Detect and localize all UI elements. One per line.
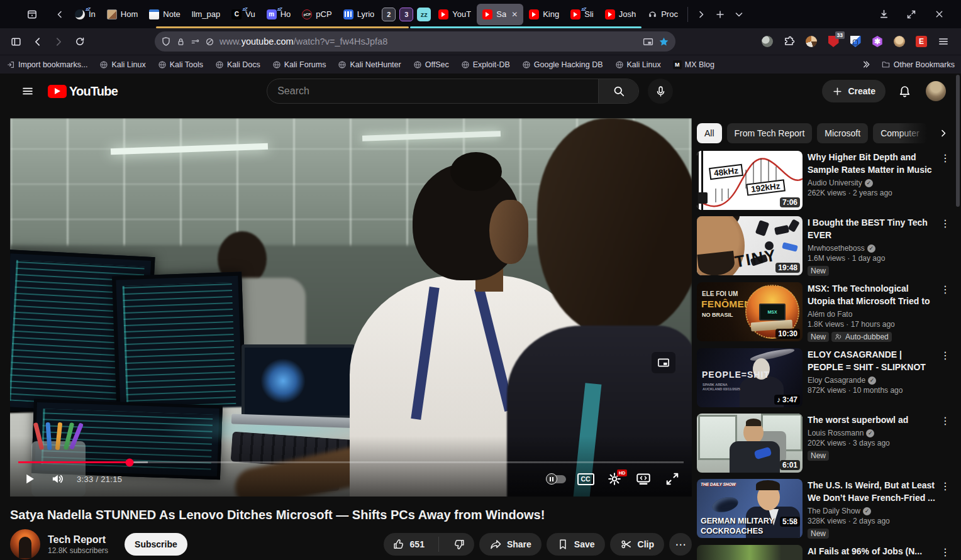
bookmark-item[interactable]: Kali Forums — [272, 60, 326, 69]
reload-button[interactable] — [70, 32, 89, 51]
scrollbar-thumb[interactable] — [956, 75, 960, 207]
browser-tab[interactable]: Lyrio — [338, 4, 381, 25]
browser-tab[interactable]: zZSli — [565, 4, 599, 25]
chip-from-channel[interactable]: From Tech Report — [727, 123, 813, 143]
video-menu-button[interactable]: ⋮ — [940, 480, 951, 492]
video-thumbnail[interactable]: PEOPLE=SHIT SPARK ARENAAUCKLAND 03/11/20… — [697, 348, 803, 407]
video-channel[interactable]: The Daily Show✓ — [808, 507, 937, 515]
tab-close-icon[interactable]: ✕ — [511, 10, 518, 19]
bookmark-item[interactable]: Kali Docs — [215, 60, 260, 69]
video-channel[interactable]: Audio University✓ — [808, 178, 937, 187]
video-title[interactable]: Why Higher Bit Depth and Sample Rates Ma… — [808, 151, 937, 176]
url-text[interactable]: www.youtube.com/watch?v=_fw4HsJpfa8 — [219, 36, 638, 47]
video-title[interactable]: MSX: The Technological Utopia that Micro… — [808, 282, 937, 307]
subtitles-button[interactable]: CC — [572, 466, 599, 492]
downloads-button[interactable] — [874, 4, 893, 25]
video-player[interactable]: 3:33 / 21:15 CC HD — [10, 118, 692, 497]
dislike-button[interactable] — [444, 533, 474, 556]
video-menu-button[interactable]: ⋮ — [940, 349, 951, 361]
other-bookmarks-folder[interactable]: Other Bookmarks — [881, 60, 955, 69]
video-thumbnail[interactable]: ELE FOI UM FENÔMENO: NO BRASIL MSX 10:30 — [697, 282, 803, 341]
suggested-video[interactable]: PEOPLE=SHIT SPARK ARENAAUCKLAND 03/11/20… — [697, 348, 951, 407]
settings-button[interactable]: HD — [601, 466, 628, 492]
volume-button[interactable] — [44, 466, 70, 492]
firefox-pip-toggle[interactable] — [652, 352, 675, 373]
sidebar-toggle-button[interactable] — [6, 32, 25, 51]
browser-tab[interactable]: mzZHo — [261, 4, 297, 25]
list-all-tabs-button[interactable] — [730, 4, 748, 25]
autoplay-toggle[interactable] — [543, 466, 570, 492]
tracking-protection-shield-icon[interactable] — [161, 36, 171, 47]
video-thumbnail[interactable]: 6:01 — [697, 414, 803, 473]
browser-tab[interactable]: Proc — [642, 4, 684, 25]
account-avatar-icon[interactable] — [893, 35, 906, 48]
bookmark-item[interactable]: Import bookmarks... — [6, 60, 87, 69]
video-menu-button[interactable]: ⋮ — [940, 546, 951, 558]
forward-button[interactable] — [49, 32, 68, 51]
save-button[interactable]: Save — [547, 533, 605, 556]
extension-e-icon[interactable]: E — [915, 35, 928, 48]
video-thumbnail[interactable]: THE DAILY SHOW GERMAN MILITARY COCKROACH… — [697, 479, 803, 538]
bookmark-star-icon[interactable] — [658, 36, 669, 47]
adblocker-shield-icon[interactable]: 33 — [827, 35, 840, 48]
extensions-puzzle-icon[interactable] — [783, 35, 796, 48]
youtube-logo[interactable]: YouTube — [48, 84, 118, 99]
browser-tab[interactable]: Hom — [101, 4, 143, 25]
app-menu-button[interactable] — [937, 35, 950, 48]
permissions-icon[interactable] — [191, 37, 200, 47]
video-title[interactable]: I Bought the BEST Tiny Tech EVER — [808, 216, 937, 241]
like-button[interactable]: 651 — [384, 533, 433, 556]
more-actions-button[interactable]: ⋯ — [669, 533, 692, 556]
suggested-video[interactable]: 6:01 The worst superbowl ad Louis Rossma… — [697, 414, 951, 473]
channel-avatar[interactable] — [10, 529, 40, 559]
suggested-video[interactable]: THE DAILY SHOW GERMAN MILITARY COCKROACH… — [697, 479, 951, 539]
bookmark-item[interactable]: OffSec — [413, 60, 449, 69]
video-menu-button[interactable]: ⋮ — [940, 283, 951, 295]
search-button[interactable] — [598, 79, 638, 103]
extension-purple-icon[interactable]: ✱ — [871, 35, 884, 48]
bookmark-item[interactable]: Kali Tools — [158, 60, 203, 69]
page-scrollbar[interactable] — [956, 74, 960, 560]
video-menu-button[interactable]: ⋮ — [940, 152, 951, 164]
video-menu-button[interactable]: ⋮ — [940, 217, 951, 229]
privacy-shield-icon[interactable] — [849, 35, 862, 48]
channel-name[interactable]: Tech Report — [48, 534, 108, 546]
bookmark-item[interactable]: Exploit-DB — [461, 60, 510, 69]
suggested-video[interactable]: TINY 19:48 I Bought the BEST Tiny Tech E… — [697, 216, 951, 276]
video-thumbnail[interactable]: 48kHz 192kHz 7:06 — [697, 151, 803, 210]
suggested-video[interactable]: ELE FOI UM FENÔMENO: NO BRASIL MSX 10:30… — [697, 282, 951, 342]
browser-tab-active[interactable]: Sa✕ — [477, 4, 523, 25]
video-channel[interactable]: Mrwhosetheboss✓ — [808, 244, 937, 253]
browser-tab[interactable]: Note — [143, 4, 186, 25]
browser-tab[interactable]: King — [523, 4, 565, 25]
tab-group-badge[interactable]: 3 — [399, 8, 413, 21]
create-button[interactable]: Create — [822, 80, 886, 102]
video-thumbnail[interactable]: TINY 19:48 — [697, 216, 803, 275]
search-input[interactable] — [267, 79, 598, 103]
close-window-button[interactable] — [930, 4, 948, 25]
browser-tab[interactable]: CzZVu — [226, 4, 260, 25]
bookmarks-overflow-chevron[interactable] — [862, 60, 871, 69]
clip-button[interactable]: Clip — [610, 533, 664, 556]
voice-search-button[interactable] — [648, 79, 673, 104]
video-title[interactable]: ELOY CASAGRANDE | PEOPLE = SHIT - SLIPKN… — [808, 348, 937, 373]
video-title[interactable]: The worst superbowl ad — [808, 414, 937, 426]
guide-menu-button[interactable] — [15, 79, 40, 104]
bookmark-item[interactable]: MMX Blog — [673, 60, 714, 69]
bookmark-item[interactable]: Kali NetHunter — [338, 60, 401, 69]
subscribe-button[interactable]: Subscribe — [125, 533, 187, 556]
address-bar[interactable]: www.youtube.com/watch?v=_fw4HsJpfa8 — [155, 31, 675, 52]
video-title[interactable]: AI Fails at 96% of Jobs (N... — [808, 545, 937, 557]
connection-lock-icon[interactable] — [176, 37, 186, 47]
new-tab-button[interactable] — [711, 4, 730, 25]
autoplay-blocked-icon[interactable] — [205, 37, 214, 47]
fullscreen-button[interactable] — [659, 466, 686, 492]
bookmark-item[interactable]: Kali Linux — [615, 60, 661, 69]
notifications-button[interactable] — [892, 79, 917, 104]
tab-group-badge[interactable]: zz — [417, 8, 431, 21]
browser-tab[interactable]: pCPpCP — [296, 4, 337, 25]
video-channel[interactable]: Além do Fato — [808, 310, 937, 319]
video-menu-button[interactable]: ⋮ — [940, 415, 951, 427]
bookmark-item[interactable]: Google Hacking DB — [522, 60, 603, 69]
back-button[interactable] — [28, 32, 47, 51]
